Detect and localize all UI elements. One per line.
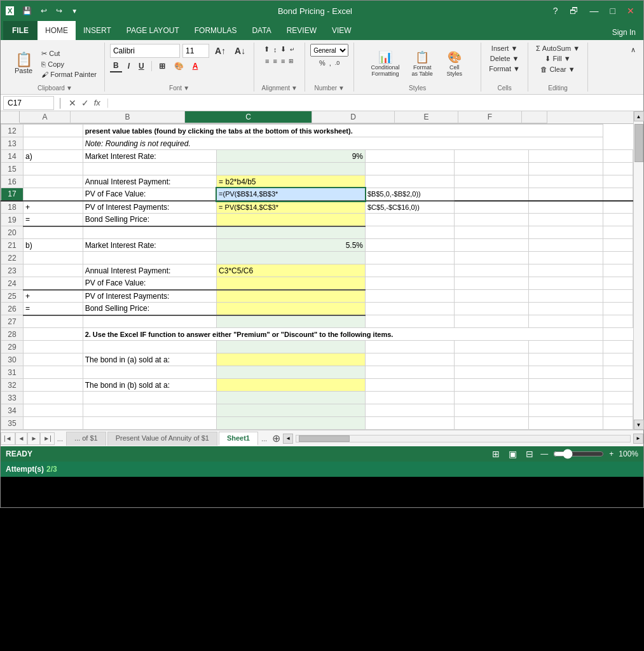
cell-f21[interactable]: [529, 239, 603, 252]
align-left-button[interactable]: ≡: [264, 56, 270, 66]
insert-function-button[interactable]: fx: [93, 98, 102, 107]
sheet-tab-sheet1[interactable]: Sheet1: [219, 432, 258, 446]
undo-button[interactable]: ↩: [38, 5, 50, 17]
cell-d34[interactable]: [365, 404, 454, 417]
cell-a21[interactable]: b): [24, 239, 83, 252]
cell-f27[interactable]: [529, 315, 603, 328]
cell-d18[interactable]: $C$5,-$C$16,0)): [365, 201, 454, 214]
cell-f34[interactable]: [529, 404, 603, 417]
align-center-button[interactable]: ≡: [271, 56, 278, 66]
sign-in-button[interactable]: Sign In: [605, 25, 643, 40]
cell-c20[interactable]: [217, 226, 366, 239]
col-header-c[interactable]: C: [185, 111, 312, 123]
cell-f32[interactable]: [529, 379, 603, 392]
tab-insert[interactable]: INSERT: [76, 21, 119, 40]
scroll-down-button[interactable]: ▼: [634, 420, 644, 430]
cell-b24[interactable]: PV of Face Value:: [83, 277, 216, 290]
cell-f16[interactable]: [529, 175, 603, 188]
cell-e33[interactable]: [455, 392, 529, 404]
font-name-input[interactable]: [110, 44, 180, 58]
cell-e35[interactable]: [455, 417, 529, 430]
cell-f30[interactable]: [529, 353, 603, 366]
normal-view-button[interactable]: ⊞: [490, 449, 502, 459]
cell-f33[interactable]: [529, 392, 603, 404]
cell-e30[interactable]: [455, 353, 529, 366]
cell-b30[interactable]: The bond in (a) sold at a:: [83, 353, 216, 366]
cell-a28[interactable]: [24, 328, 83, 341]
cancel-formula-button[interactable]: ✕: [67, 98, 78, 108]
sheet-nav-last[interactable]: ►|: [40, 432, 55, 445]
col-header-d[interactable]: D: [312, 111, 395, 123]
cell-a13[interactable]: [24, 137, 83, 150]
cell-f19[interactable]: [529, 214, 603, 226]
cell-c18[interactable]: = PV($C$14,$C$3*: [217, 201, 366, 214]
number-format-select[interactable]: General Number Currency Percentage: [310, 44, 348, 57]
tab-page-layout[interactable]: PAGE LAYOUT: [119, 21, 187, 40]
scroll-thumb[interactable]: [634, 124, 643, 162]
cell-a34[interactable]: [24, 404, 83, 417]
add-sheet-button[interactable]: ⊕: [270, 432, 283, 444]
cell-b19[interactable]: Bond Selling Price:: [83, 214, 216, 226]
horizontal-scroll-thumb[interactable]: [299, 435, 350, 442]
align-bottom-button[interactable]: ⬇: [279, 44, 287, 55]
cell-d35[interactable]: [365, 417, 454, 430]
cell-a15[interactable]: [24, 163, 83, 175]
cell-d14[interactable]: [365, 150, 454, 163]
bold-button[interactable]: B: [110, 60, 122, 72]
cell-b32[interactable]: The bond in (b) sold at a:: [83, 379, 216, 392]
confirm-formula-button[interactable]: ✓: [80, 98, 90, 108]
cell-c31[interactable]: [217, 366, 366, 379]
cell-e26[interactable]: [455, 303, 529, 315]
cell-d25[interactable]: [365, 290, 454, 303]
cell-e25[interactable]: [455, 290, 529, 303]
cell-c33[interactable]: [217, 392, 366, 404]
cell-f31[interactable]: [529, 366, 603, 379]
sheet-tab-annuity[interactable]: Present Value of Annuity of $1: [107, 432, 217, 446]
cell-c15[interactable]: [217, 163, 366, 175]
cell-f22[interactable]: [529, 252, 603, 264]
maximize-button[interactable]: □: [606, 4, 619, 17]
underline-button[interactable]: U: [135, 60, 147, 72]
cell-f14[interactable]: [529, 150, 603, 163]
cell-e19[interactable]: [455, 214, 529, 226]
cell-a19[interactable]: =: [24, 214, 83, 226]
cell-f25[interactable]: [529, 290, 603, 303]
format-as-table-button[interactable]: 📋 Format as Table: [408, 49, 437, 78]
cell-b28[interactable]: 2. Use the Excel IF function to answer e…: [83, 328, 603, 341]
font-grow-button[interactable]: A↑: [212, 45, 229, 57]
scroll-right-button[interactable]: ►: [633, 434, 643, 444]
delete-button[interactable]: Delete ▼: [488, 54, 522, 63]
cell-a31[interactable]: [24, 366, 83, 379]
col-header-b[interactable]: B: [71, 111, 185, 123]
fill-color-button[interactable]: 🎨: [171, 60, 187, 72]
col-header-a[interactable]: A: [20, 111, 71, 123]
cell-c26[interactable]: [217, 303, 366, 315]
cell-b23[interactable]: Annual Interest Payment:: [83, 264, 216, 277]
cell-c14[interactable]: 9%: [217, 150, 366, 163]
cell-a17[interactable]: [24, 188, 83, 201]
cell-c25[interactable]: [217, 290, 366, 303]
tab-data[interactable]: DATA: [244, 21, 278, 40]
cell-b20[interactable]: [83, 226, 216, 239]
cell-d20[interactable]: [365, 226, 454, 239]
align-middle-button[interactable]: ↕: [272, 44, 278, 55]
sheet-nav-first[interactable]: |◄: [1, 432, 15, 445]
cell-e14[interactable]: [455, 150, 529, 163]
scroll-left-button[interactable]: ◄: [283, 434, 293, 444]
cell-a22[interactable]: [24, 252, 83, 264]
cut-button[interactable]: ✂ Cut: [39, 49, 99, 58]
cell-b14[interactable]: Market Interest Rate:: [83, 150, 216, 163]
cell-a14[interactable]: a): [24, 150, 83, 163]
cell-f15[interactable]: [529, 163, 603, 175]
cell-b12[interactable]: present value tables (found by clicking …: [83, 125, 603, 137]
cell-c24[interactable]: [217, 277, 366, 290]
cell-a23[interactable]: [24, 264, 83, 277]
col-header-e[interactable]: E: [395, 111, 458, 123]
cell-f29[interactable]: [529, 341, 603, 353]
insert-button[interactable]: Insert ▼: [489, 44, 520, 53]
cell-a32[interactable]: [24, 379, 83, 392]
collapse-ribbon-button[interactable]: ∧: [628, 45, 638, 55]
format-button[interactable]: Format ▼: [486, 64, 523, 73]
conditional-formatting-button[interactable]: 📊 Conditional Formatting: [368, 49, 403, 78]
cell-a26[interactable]: =: [24, 303, 83, 315]
